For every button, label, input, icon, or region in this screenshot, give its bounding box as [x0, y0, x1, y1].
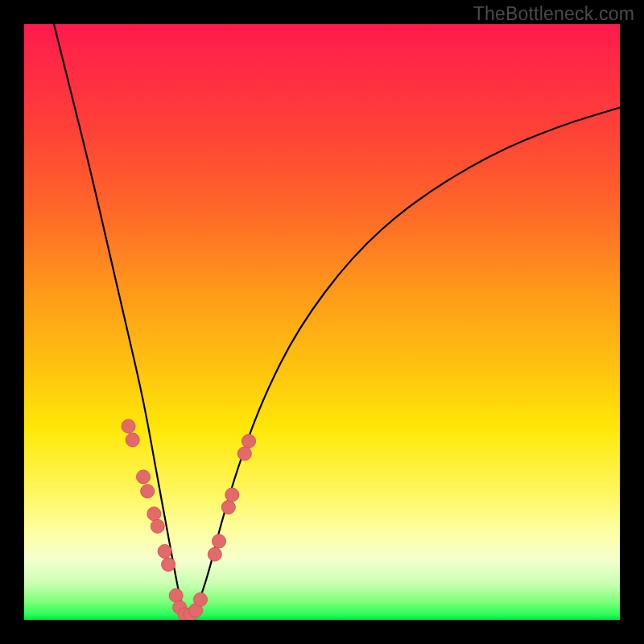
data-marker — [237, 447, 251, 460]
data-marker — [208, 547, 221, 561]
data-markers — [122, 419, 256, 620]
data-marker — [194, 592, 208, 606]
data-marker — [242, 435, 256, 448]
data-marker — [221, 501, 235, 514]
data-marker — [213, 535, 226, 548]
data-marker — [126, 433, 139, 447]
gradient-plot-area — [24, 24, 620, 620]
curve-layer — [24, 24, 620, 620]
chart-frame: TheBottleneck.com — [0, 0, 644, 644]
data-marker — [151, 519, 164, 533]
data-marker — [122, 419, 135, 433]
data-marker — [158, 544, 171, 558]
data-marker — [147, 507, 161, 521]
bottleneck-curve — [54, 24, 620, 615]
data-marker — [137, 470, 151, 484]
data-marker — [162, 558, 175, 572]
data-marker — [141, 485, 155, 498]
data-marker — [225, 488, 239, 502]
watermark-label: TheBottleneck.com — [473, 3, 634, 25]
